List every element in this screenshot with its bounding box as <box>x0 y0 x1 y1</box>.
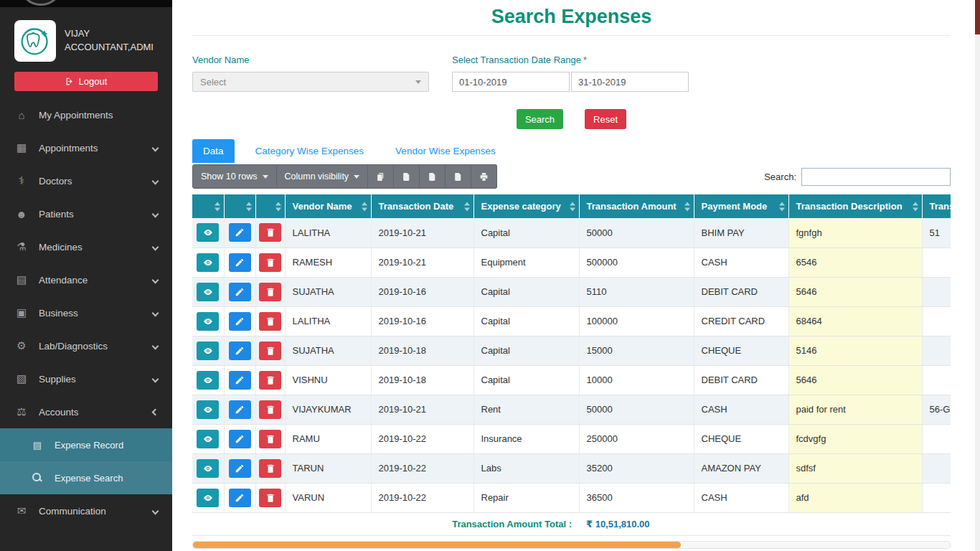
sidebar-item-attendance[interactable]: ▤ Attendance <box>0 263 172 296</box>
sidebar-item-label: Appointments <box>39 143 98 154</box>
column-visibility-button[interactable]: Column visibility <box>277 164 369 189</box>
col-view[interactable] <box>192 194 224 218</box>
sidebar-item-my-appointments[interactable]: ⌂ My Appointments <box>0 98 172 131</box>
col-payment-mode[interactable]: Payment Mode <box>694 194 788 218</box>
col-transaction-description[interactable]: Transaction Description <box>788 194 922 218</box>
delete-button[interactable] <box>259 342 281 360</box>
vertical-scrollbar-thumb[interactable] <box>975 0 980 34</box>
sidebar-item-supplies[interactable]: ▧ Supplies <box>0 362 172 395</box>
delete-button[interactable] <box>259 430 281 448</box>
table-search-input[interactable] <box>801 168 951 186</box>
vendor-select[interactable]: Select <box>192 72 429 92</box>
sidebar-item-doctors[interactable]: ⚕ Doctors <box>0 164 172 197</box>
sidebar-item-communication[interactable]: ✉ Communication <box>0 494 172 527</box>
edit-button[interactable] <box>229 400 251 419</box>
medicine-icon: ⚗ <box>14 240 29 253</box>
sidebar-item-patients[interactable]: ☻ Patients <box>0 197 172 230</box>
delete-button[interactable] <box>259 489 281 507</box>
cell-date: 2019-10-21 <box>371 248 473 277</box>
cell-category: Equipment <box>473 248 579 277</box>
cell-description: 68464 <box>788 306 922 336</box>
col-delete[interactable] <box>255 194 285 218</box>
cell-extra <box>922 365 951 395</box>
sidebar-item-appointments[interactable]: ▦ Appointments <box>0 131 172 164</box>
reset-button[interactable]: Reset <box>585 109 626 129</box>
tab-data[interactable]: Data <box>192 139 235 163</box>
sidebar-item-expense-record[interactable]: ▤ Expense Record <box>0 428 172 461</box>
view-button[interactable] <box>197 253 219 272</box>
date-from-input[interactable] <box>452 72 570 92</box>
cell-vendor: SUJATHA <box>285 336 371 365</box>
print-icon <box>479 172 489 182</box>
cell-date: 2019-10-16 <box>371 277 473 306</box>
edit-button[interactable] <box>229 253 251 272</box>
view-button[interactable] <box>197 430 219 448</box>
logout-label: Logout <box>79 76 108 87</box>
business-icon: ▣ <box>14 306 29 319</box>
delete-button[interactable] <box>259 400 281 419</box>
col-transaction-id[interactable]: Trans <box>922 194 951 218</box>
view-button[interactable] <box>197 223 219 242</box>
caret-down-icon <box>263 175 268 179</box>
pdf-export-button[interactable] <box>446 164 471 189</box>
delete-button[interactable] <box>259 283 281 301</box>
edit-button[interactable] <box>229 312 251 331</box>
cell-vendor: RAMESH <box>285 248 371 277</box>
view-button[interactable] <box>197 312 219 331</box>
copy-button[interactable] <box>368 164 394 189</box>
cell-vendor: VIJAYKUMAR <box>285 395 371 424</box>
edit-button[interactable] <box>229 489 251 507</box>
print-button[interactable] <box>471 164 497 189</box>
view-button[interactable] <box>197 400 219 419</box>
edit-button[interactable] <box>229 371 251 390</box>
logout-button[interactable]: Logout <box>14 72 158 91</box>
caret-down-icon <box>415 80 421 84</box>
edit-button[interactable] <box>229 459 251 478</box>
view-button[interactable] <box>197 489 219 507</box>
delete-button[interactable] <box>259 223 281 242</box>
csv-export-button[interactable] <box>420 164 446 189</box>
view-button[interactable] <box>197 459 219 478</box>
cell-date: 2019-10-22 <box>371 424 473 453</box>
edit-button[interactable] <box>229 430 251 448</box>
horizontal-scrollbar-thumb[interactable] <box>193 542 681 548</box>
view-button[interactable] <box>197 371 219 390</box>
delete-button[interactable] <box>259 459 281 478</box>
horizontal-scrollbar[interactable] <box>192 541 951 549</box>
col-expense-category[interactable]: Expense category <box>473 194 579 218</box>
view-button[interactable] <box>197 342 219 360</box>
sidebar-item-accounts[interactable]: ⚖ Accounts <box>0 395 172 428</box>
edit-button[interactable] <box>229 342 251 360</box>
show-rows-button[interactable]: Show 10 rows <box>192 164 277 189</box>
page-title: Search Expenses <box>192 0 951 36</box>
sidebar: VIJAY ACCOUNTANT,ADMI Logout ⌂ My Appoin… <box>0 0 172 551</box>
search-button[interactable]: Search <box>517 109 563 129</box>
sidebar-item-lab-diagnostics[interactable]: ⚙ Lab/Diagnostics <box>0 329 172 362</box>
view-button[interactable] <box>197 283 219 301</box>
copy-icon <box>376 172 385 182</box>
csv-icon <box>428 172 437 182</box>
sidebar-item-medicines[interactable]: ⚗ Medicines <box>0 230 172 263</box>
excel-export-button[interactable] <box>394 164 420 189</box>
sidebar-item-expense-search[interactable]: Expense Search <box>0 461 172 494</box>
trash-icon <box>265 346 275 356</box>
edit-button[interactable] <box>229 283 251 301</box>
date-to-input[interactable] <box>571 72 689 92</box>
col-transaction-date[interactable]: Transaction Date <box>371 194 473 218</box>
edit-button[interactable] <box>229 223 251 242</box>
date-range-label: Select Transaction Date Range* <box>452 55 689 65</box>
delete-button[interactable] <box>259 253 281 272</box>
vertical-scrollbar[interactable] <box>975 0 980 551</box>
col-vendor-name[interactable]: Vendor Name <box>285 194 371 218</box>
col-transaction-amount[interactable]: Transaction Amount <box>579 194 694 218</box>
eye-icon <box>203 287 213 297</box>
tab-vendor-wise-expenses[interactable]: Vendor Wise Expenses <box>385 139 507 163</box>
sidebar-item-business[interactable]: ▣ Business <box>0 296 172 329</box>
delete-button[interactable] <box>259 312 281 331</box>
col-edit[interactable] <box>224 194 255 218</box>
chevron-down-icon <box>152 144 159 151</box>
trash-icon <box>265 287 275 297</box>
delete-button[interactable] <box>259 371 281 390</box>
tab-category-wise-expenses[interactable]: Category Wise Expenses <box>245 139 375 163</box>
cell-mode: AMAZON PAY <box>694 453 788 483</box>
